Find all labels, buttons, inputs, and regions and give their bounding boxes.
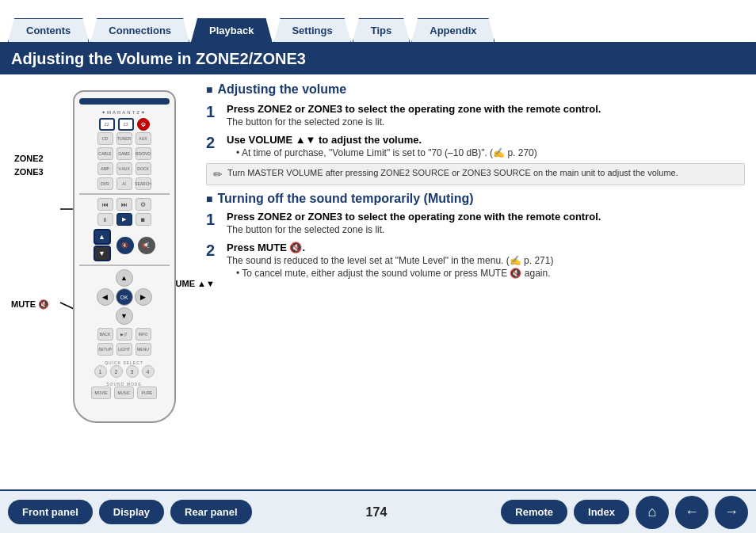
back-icon: ← [685,504,699,520]
step-mute-1-sub: The button for the selected zone is lit. [227,224,745,235]
front-panel-btn[interactable]: Front panel [8,500,93,524]
remote-btn[interactable]: Remote [501,500,567,524]
tab-appendix[interactable]: Appendix [411,18,494,42]
tab-contents[interactable]: Contents [8,18,89,42]
main-content: ZONE2 ZONE3 VOLUME ▲▼ MUTE 🔇 ✦MARANTZ✦ [0,74,756,489]
step-adjust-2-main: Use VOLUME ▲▼ to adjust the volume. [227,134,745,146]
nav-tabs: Contents Connections Playback Settings T… [0,0,756,44]
note-icon: ✏ [213,168,223,181]
step-mute-2-bullet: To cancel mute, either adjust the sound … [227,268,745,279]
step-adjust-2: 2 Use VOLUME ▲▼ to adjust the volume. At… [206,134,745,158]
bottom-nav: Front panel Display Rear panel 174 Remot… [0,489,756,533]
step-adjust-2-bullet: At time of purchase, "Volume Limit" is s… [227,147,745,158]
step-adjust-1-main: Press ZONE2 or ZONE3 to select the opera… [227,103,745,115]
tab-playback[interactable]: Playback [191,18,272,42]
mute-label: MUTE 🔇 [11,299,49,310]
zone2-label: ZONE2 ZONE3 [14,152,44,178]
forward-icon-btn[interactable]: → [715,496,748,529]
step-mute-2-sub: The sound is reduced to the level set at… [227,255,745,266]
step-adjust-1: 1 Press ZONE2 or ZONE3 to select the ope… [206,103,745,129]
step-mute-2: 2 Press MUTE 🔇. The sound is reduced to … [206,242,745,279]
remote-body: ✦MARANTZ✦ Z2 Z3 ⏻ CD TUNER AUX CABLE GAM… [55,90,193,423]
step-mute-1: 1 Press ZONE2 or ZONE3 to select the ope… [206,211,745,237]
page-title: Adjusting the Volume in ZONE2/ZONE3 [0,44,756,74]
index-btn[interactable]: Index [574,500,629,524]
instructions-panel: Adjusting the volume 1 Press ZONE2 or ZO… [206,82,745,481]
step-mute-1-main: Press ZONE2 or ZONE3 to select the opera… [227,211,745,223]
section-heading-muting: Turning off the sound temporarily (Mutin… [206,192,745,206]
section-heading-adjusting: Adjusting the volume [206,82,745,97]
tab-tips[interactable]: Tips [353,18,410,42]
remote-illustration: ZONE2 ZONE3 VOLUME ▲▼ MUTE 🔇 ✦MARANTZ✦ [11,82,193,481]
page-number: 174 [258,505,495,520]
display-btn[interactable]: Display [99,500,164,524]
forward-icon: → [724,504,739,520]
home-icon: ⌂ [648,504,657,520]
step-mute-2-main: Press MUTE 🔇. [227,242,745,253]
note-box: ✏ Turn MASTER VOLUME after pressing ZONE… [206,163,745,185]
tab-connections[interactable]: Connections [90,18,189,42]
back-icon-btn[interactable]: ← [675,496,708,529]
step-adjust-1-sub: The button for the selected zone is lit. [227,116,745,128]
note-text: Turn MASTER VOLUME after pressing ZONE2 … [227,168,678,177]
home-icon-btn[interactable]: ⌂ [636,496,669,529]
tab-settings[interactable]: Settings [273,18,350,42]
rear-panel-btn[interactable]: Rear panel [170,500,251,524]
